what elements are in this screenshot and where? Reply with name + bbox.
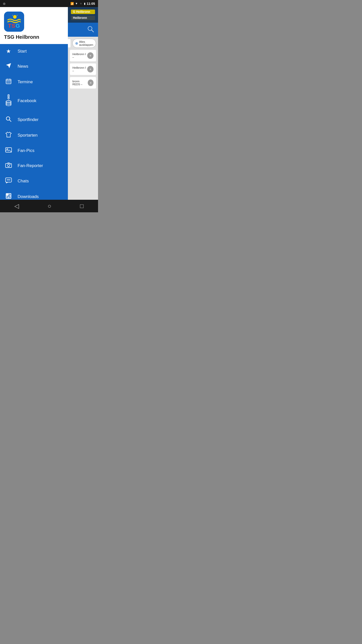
svg-rect-8 bbox=[7, 81, 8, 82]
app-logo: TSG bbox=[4, 12, 24, 32]
tag-heilbronn-2: Heilbronn bbox=[71, 16, 95, 20]
signal-icon: ◾ bbox=[79, 2, 83, 5]
nav-label-sportarten: Sportarten bbox=[18, 133, 37, 138]
svg-point-22 bbox=[6, 117, 10, 120]
svg-point-27 bbox=[8, 165, 10, 167]
game-card-3[interactable]: bronn REDS – + bbox=[70, 77, 96, 89]
main-container: TSG TSG Heilbronn ★ Start News bbox=[0, 7, 98, 200]
filter-row: ▼ ⊕ Alles ausklappen bbox=[70, 39, 96, 48]
game-title-2: Heilbronn I – bbox=[72, 66, 87, 72]
nav-label-sportfinder: Sportfinder bbox=[18, 117, 38, 122]
status-left: ◎ bbox=[3, 2, 6, 5]
right-panel: G Heilbronn Heilbronn bbox=[68, 7, 98, 200]
nav-item-downloads[interactable]: Downloads bbox=[0, 189, 68, 200]
svg-rect-35 bbox=[6, 194, 8, 196]
svg-rect-38 bbox=[9, 196, 11, 198]
svg-point-0 bbox=[13, 15, 17, 19]
svg-point-18 bbox=[6, 102, 11, 104]
nav-list: ★ Start News bbox=[0, 44, 68, 200]
game-card-2[interactable]: Heilbronn I – + bbox=[70, 63, 96, 75]
svg-line-2 bbox=[17, 15, 17, 16]
nav-label-downloads: Downloads bbox=[18, 194, 39, 199]
nav-label-fan-reporter: Fan-Reporter bbox=[18, 163, 43, 168]
nav-label-start: Start bbox=[18, 49, 27, 54]
svg-line-23 bbox=[10, 120, 11, 122]
expand-all-btn[interactable]: ⊕ Alles ausklappen bbox=[72, 39, 96, 48]
svg-point-31 bbox=[8, 179, 9, 180]
svg-rect-13 bbox=[10, 82, 10, 83]
nav-item-facebook[interactable]: Facebook bbox=[0, 90, 68, 112]
right-content: ▼ ⊕ Alles ausklappen Heilbronn I – + Hei… bbox=[68, 37, 98, 200]
svg-rect-37 bbox=[6, 196, 8, 198]
svg-rect-9 bbox=[8, 81, 9, 82]
downloads-icon bbox=[5, 193, 12, 200]
svg-point-17 bbox=[6, 101, 11, 102]
top-tags: G Heilbronn Heilbronn bbox=[68, 7, 98, 23]
game-title-3: bronn REDS – bbox=[72, 80, 88, 86]
expand-label: Alles ausklappen bbox=[79, 40, 93, 46]
nav-label-chats: Chats bbox=[18, 179, 29, 184]
home-button[interactable]: ○ bbox=[48, 203, 51, 210]
svg-rect-26 bbox=[6, 164, 12, 168]
svg-point-30 bbox=[7, 179, 8, 180]
nav-item-termine[interactable]: Termine bbox=[0, 74, 68, 90]
back-button[interactable]: ◁ bbox=[14, 203, 19, 210]
wifi-icon: ▼ bbox=[75, 2, 78, 5]
app-title: TSG Heilbronn bbox=[4, 34, 64, 40]
game-add-btn-2[interactable]: + bbox=[87, 66, 94, 72]
logo-s: S bbox=[12, 23, 16, 29]
svg-rect-12 bbox=[8, 82, 9, 83]
svg-line-3 bbox=[12, 15, 13, 16]
nav-item-fan-reporter[interactable]: Fan-Reporter bbox=[0, 158, 68, 173]
right-header bbox=[68, 23, 98, 37]
nav-label-news: News bbox=[18, 64, 28, 69]
spinner-icon: ◎ bbox=[3, 2, 6, 5]
nav-item-chats[interactable]: Chats bbox=[0, 173, 68, 189]
search-button[interactable] bbox=[87, 25, 94, 34]
view-toggle-btn[interactable]: ▼ bbox=[68, 39, 71, 48]
tag-heilbronn-1: G Heilbronn bbox=[71, 10, 95, 14]
svg-point-16 bbox=[8, 98, 9, 99]
bluetooth-icon: 📶 bbox=[70, 2, 74, 5]
status-bar: ◎ 📶 ▼ ◾ ▮ 11:05 bbox=[0, 0, 98, 7]
search-icon bbox=[5, 116, 12, 124]
recent-button[interactable]: □ bbox=[80, 203, 84, 210]
facebook-icon bbox=[5, 94, 12, 108]
game-title-1: Heilbronn I – bbox=[72, 53, 87, 59]
nav-label-facebook: Facebook bbox=[18, 98, 36, 103]
svg-rect-11 bbox=[7, 82, 8, 83]
nav-item-start[interactable]: ★ Start bbox=[0, 44, 68, 59]
nav-item-sportfinder[interactable]: Sportfinder bbox=[0, 112, 68, 128]
logo-t: T bbox=[8, 23, 12, 29]
game-add-btn-3[interactable]: + bbox=[88, 79, 94, 86]
svg-rect-36 bbox=[9, 194, 11, 196]
game-add-btn-1[interactable]: + bbox=[87, 52, 94, 59]
navigation-drawer: TSG TSG Heilbronn ★ Start News bbox=[0, 7, 68, 200]
nav-item-fan-pics[interactable]: Fan-Pics bbox=[0, 143, 68, 158]
shirt-icon bbox=[5, 132, 12, 139]
drawer-header: TSG TSG Heilbronn bbox=[0, 7, 68, 44]
news-icon bbox=[5, 63, 12, 70]
nav-item-sportarten[interactable]: Sportarten bbox=[0, 128, 68, 143]
status-right: 📶 ▼ ◾ ▮ 11:05 bbox=[70, 2, 95, 6]
chat-icon bbox=[5, 177, 12, 185]
svg-line-40 bbox=[92, 30, 94, 32]
svg-point-19 bbox=[6, 104, 11, 106]
nav-label-fan-pics: Fan-Pics bbox=[18, 148, 34, 153]
nav-label-termine: Termine bbox=[18, 79, 33, 85]
svg-point-32 bbox=[9, 179, 10, 180]
image-icon bbox=[5, 147, 12, 154]
bottom-nav-bar: ◁ ○ □ bbox=[0, 200, 98, 212]
camera-icon bbox=[5, 162, 12, 169]
battery-icon: ▮ bbox=[84, 2, 85, 5]
calendar-icon bbox=[5, 78, 12, 86]
status-time: 11:05 bbox=[87, 2, 95, 6]
svg-rect-28 bbox=[10, 164, 11, 165]
star-icon: ★ bbox=[5, 48, 12, 55]
nav-item-news[interactable]: News bbox=[0, 59, 68, 74]
game-card-1[interactable]: Heilbronn I – + bbox=[70, 50, 96, 61]
svg-rect-10 bbox=[10, 81, 10, 82]
logo-g: G bbox=[16, 23, 20, 29]
